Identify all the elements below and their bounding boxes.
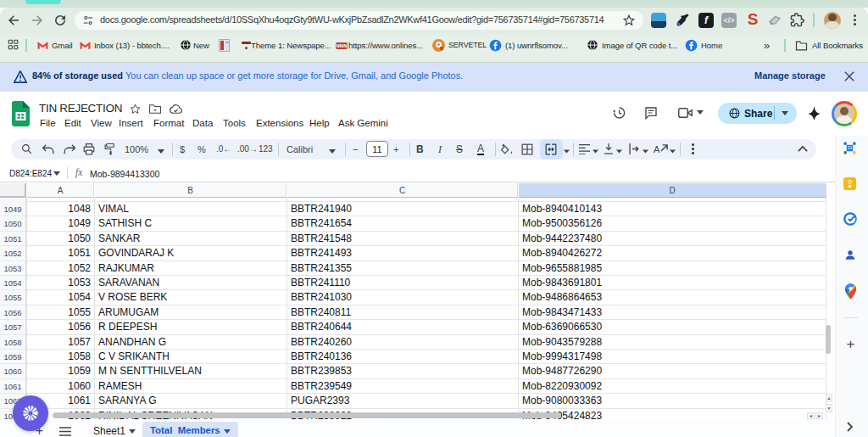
svg-text:31: 31 [847,145,852,150]
